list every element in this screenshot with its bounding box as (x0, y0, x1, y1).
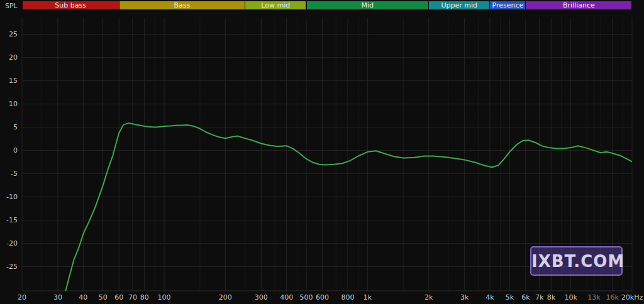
y-tick-label: -20 (0, 239, 18, 247)
y-tick-label: 20 (0, 53, 18, 62)
y-tick-label: -10 (0, 193, 18, 201)
y-tick-label: -15 (0, 216, 18, 224)
y-tick-label: -5 (0, 170, 18, 178)
x-tick-label: 1k (353, 293, 381, 301)
y-tick-label: 0 (0, 146, 18, 155)
x-tick-label: 2k (415, 293, 443, 301)
ixbt-watermark: IXBT.COM (530, 246, 623, 276)
x-tick-label: 3k (451, 293, 479, 301)
y-tick-label: 10 (0, 100, 18, 108)
y-tick-label: -25 (0, 263, 18, 271)
x-tick-label: 600 (309, 293, 336, 301)
x-tick-label: 20 (8, 293, 36, 301)
x-tick-label: 300 (247, 293, 275, 301)
x-tick-label: 30 (44, 293, 72, 301)
y-tick-label: 25 (0, 30, 18, 38)
y-tick-label: 5 (0, 123, 18, 131)
frequency-response-chart: SPL Sub bassBassLow midMidUpper midPrese… (0, 0, 644, 304)
x-tick-label: 100 (150, 293, 178, 301)
x-tick-label: 20kHz (618, 293, 644, 301)
y-tick-label: 15 (0, 77, 18, 85)
x-tick-label: 200 (211, 293, 239, 301)
